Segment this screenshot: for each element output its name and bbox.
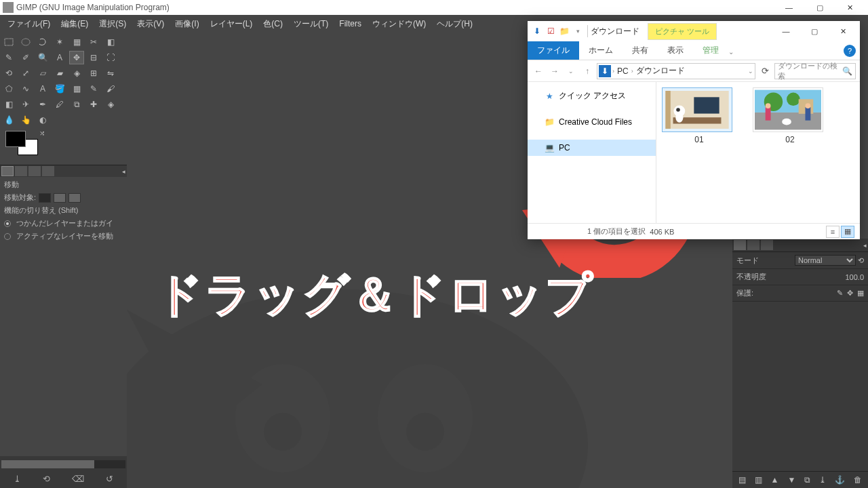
qat-folder-icon[interactable]: 📁 [559,26,570,37]
tab-layers[interactable] [734,240,746,250]
nav-history-icon[interactable]: ⌄ [564,64,578,78]
qat-properties-icon[interactable]: ☑ [545,26,556,37]
tool-pencil[interactable]: ✎ [86,82,101,96]
explorer-minimize-button[interactable]: — [772,22,800,41]
ribbon-tab-home[interactable]: ホーム [579,41,623,60]
nav-up-icon[interactable]: ↑ [580,64,594,78]
tool-free-select[interactable] [35,35,50,49]
move-target-path[interactable] [68,193,81,203]
nav-forward-icon[interactable]: → [548,64,561,78]
layers-list[interactable] [732,302,868,471]
file-item-02[interactable]: 02 [753,87,827,144]
tab-paths[interactable] [761,240,773,250]
tool-cage[interactable]: ⬠ [1,82,16,96]
menu-color[interactable]: 色(C) [258,16,288,32]
close-button[interactable]: ✕ [835,0,865,15]
nav-back-icon[interactable]: ← [532,64,545,78]
fg-color-swatch[interactable] [5,131,26,147]
tool-measure[interactable]: A [52,51,67,64]
file-item-01[interactable]: 01 [662,87,736,144]
tool-handle[interactable]: ⊞ [86,66,101,80]
lock-alpha-icon[interactable]: ▦ [857,289,864,298]
tool-align[interactable]: ⊟ [86,51,101,64]
move-target-selection[interactable] [54,193,66,203]
qat-dropdown-icon[interactable]: ▾ [572,26,583,37]
tool-shear[interactable]: ▱ [35,66,50,80]
tool-perspective-clone[interactable]: ◈ [103,98,118,111]
move-target-layer[interactable] [39,193,51,203]
tool-by-color[interactable]: ▦ [69,35,84,49]
tool-zoom[interactable]: 🔍 [35,51,50,64]
nav-creative-cloud[interactable]: 📁Creative Cloud Files [528,114,656,130]
tool-color-picker[interactable]: ✐ [18,51,33,64]
nav-quick-access[interactable]: ★クイック アクセス [528,87,656,104]
ribbon-expand-icon[interactable]: ⌄ [728,48,734,56]
tool-paths[interactable]: ✎ [1,51,16,64]
tool-ellipse-select[interactable] [18,35,33,49]
panel-scrollbar[interactable] [1,460,125,468]
ribbon-tab-manage[interactable]: 管理 [693,41,728,60]
tool-move[interactable]: ✥ [69,51,84,64]
tool-flip[interactable]: ⇋ [103,66,118,80]
menu-edit[interactable]: 編集(E) [56,16,93,32]
tab-device-status[interactable] [15,166,27,176]
menu-file[interactable]: ファイル(F) [3,16,55,32]
radio-pick-layer[interactable]: つかんだレイヤーまたはガイ [1,217,125,230]
tool-scissors[interactable]: ✂ [86,35,101,49]
fg-bg-colors[interactable]: ⤭ [5,131,39,158]
reset-options-icon[interactable]: ↺ [106,474,113,484]
tool-perspective[interactable]: ▰ [52,66,67,80]
merge-down-icon[interactable]: ⤓ [819,475,826,485]
maximize-button[interactable]: ▢ [804,0,835,15]
qat-download-icon[interactable]: ⬇ [532,26,542,37]
ribbon-tab-view[interactable]: 表示 [658,41,693,60]
tool-bucket[interactable]: 🪣 [52,82,67,96]
refresh-icon[interactable]: ⟳ [758,66,772,76]
delete-options-icon[interactable]: ⌫ [72,474,84,484]
tool-crop[interactable]: ⛶ [103,51,118,64]
menu-image[interactable]: 画像(I) [170,16,203,32]
explorer-file-view[interactable]: 01 02 [656,82,860,223]
tool-rect-select[interactable] [1,35,16,49]
menu-view[interactable]: 表示(V) [132,16,169,32]
tool-heal[interactable]: ✚ [86,98,101,111]
tool-fuzzy-select[interactable]: ✶ [52,35,67,49]
tool-paintbrush[interactable]: 🖌 [103,82,118,96]
raise-layer-icon[interactable]: ▲ [771,475,779,485]
explorer-maximize-button[interactable]: ▢ [800,22,829,41]
tab-images[interactable] [42,166,54,176]
anchor-layer-icon[interactable]: ⚓ [835,475,845,485]
tool-ink[interactable]: ✒ [35,98,50,111]
menu-filters[interactable]: Filters [334,17,366,30]
tool-warp[interactable]: ∿ [18,82,33,96]
lock-position-icon[interactable]: ✥ [847,289,853,298]
swap-colors-icon[interactable]: ⤭ [39,129,45,137]
radio-move-active[interactable]: アクティブなレイヤーを移動 [1,230,125,243]
menu-help[interactable]: ヘルプ(H) [432,16,477,32]
breadcrumb-downloads[interactable]: ダウンロード [633,65,688,77]
view-thumbnails-icon[interactable]: ▦ [841,226,854,238]
restore-options-icon[interactable]: ⟲ [43,474,50,484]
tool-scale[interactable]: ⤢ [18,66,33,80]
view-details-icon[interactable]: ≡ [826,226,840,238]
nav-pc[interactable]: 💻PC [528,140,656,156]
delete-layer-icon[interactable]: 🗑 [854,475,862,485]
minimize-button[interactable]: — [774,0,804,15]
tool-dodge[interactable]: ◐ [35,113,50,127]
tool-rotate[interactable]: ⟲ [1,66,16,80]
tool-smudge[interactable]: 👆 [18,113,33,127]
contextual-tab-picture-tools[interactable]: ピクチャ ツール [648,23,717,40]
menu-tools[interactable]: ツール(T) [289,16,333,32]
tool-gradient[interactable]: ▦ [69,82,84,96]
tool-text[interactable]: A [35,82,50,96]
layers-panel-menu-icon[interactable]: ◂ [863,242,867,249]
save-options-icon[interactable]: ⤓ [14,474,21,484]
lower-layer-icon[interactable]: ▼ [787,475,795,485]
tool-blur[interactable]: 💧 [1,113,16,127]
menu-select[interactable]: 選択(S) [94,16,131,32]
new-layer-icon[interactable]: ▤ [738,475,746,485]
breadcrumb[interactable]: ⬇ › PC › ダウンロード ⌄ [597,63,755,79]
menu-layer[interactable]: レイヤー(L) [205,16,258,32]
tool-foreground[interactable]: ◧ [103,35,118,49]
tool-clone[interactable]: ⧉ [69,98,84,111]
